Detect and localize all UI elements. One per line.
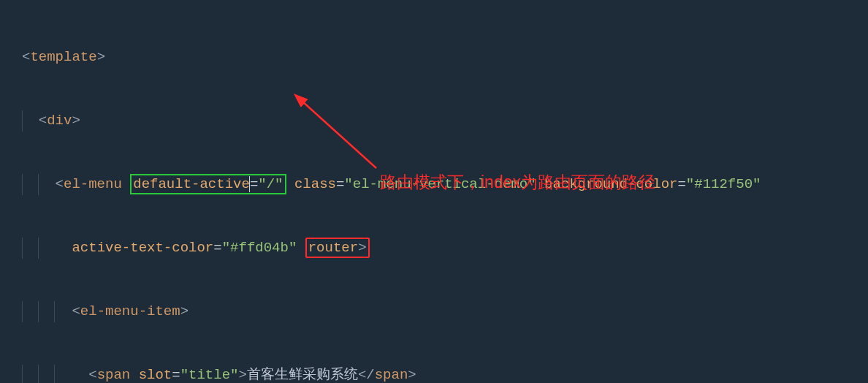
code-line: <el-menu-item>: [0, 301, 868, 322]
code-line: active-text-color="#ffd04b" router>: [0, 238, 868, 259]
highlight-default-active: default-active="/": [130, 174, 286, 194]
code-line: <span slot="title">首客生鲜采购系统</span>: [0, 365, 868, 383]
annotation-text: 路由模式下，index为路由页面的路径: [380, 172, 655, 193]
code-line: <div>: [0, 110, 868, 132]
highlight-router: router>: [305, 238, 370, 258]
code-line: <template>: [0, 47, 868, 68]
